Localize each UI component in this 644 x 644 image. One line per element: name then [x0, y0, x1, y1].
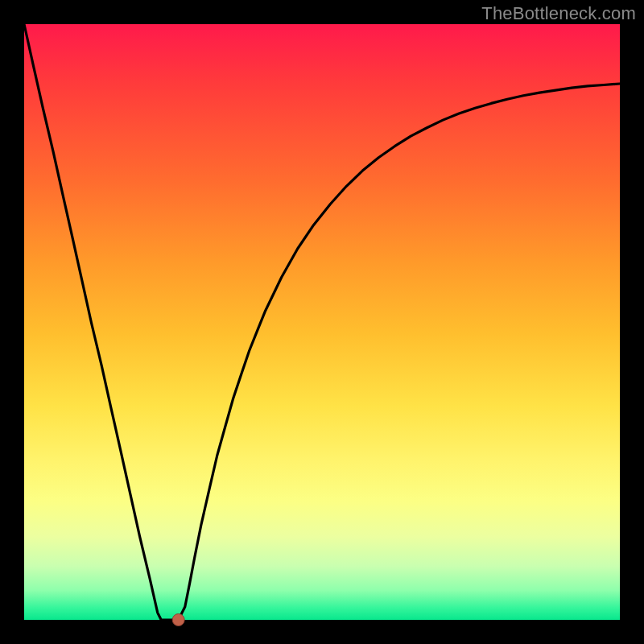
plot-area: [24, 24, 620, 620]
optimum-marker: [172, 614, 184, 626]
curve-svg: [24, 24, 620, 620]
bottleneck-curve: [24, 24, 620, 620]
chart-frame: TheBottleneck.com: [0, 0, 644, 644]
watermark-text: TheBottleneck.com: [481, 3, 636, 24]
